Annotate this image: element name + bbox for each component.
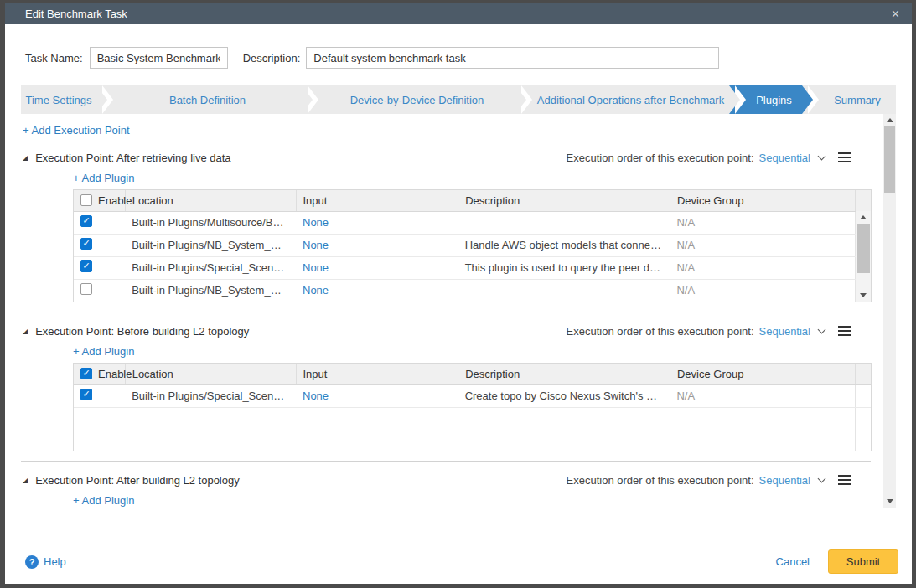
table-scrollbar[interactable] bbox=[856, 211, 871, 302]
execution-point-title: Execution Point: Before building L2 topo… bbox=[35, 325, 249, 338]
table-row: Built-in Plugins/Multisource/Benc... Non… bbox=[74, 211, 871, 234]
table-row: Built-in Plugins/Special_Scenarios/... N… bbox=[74, 384, 871, 407]
input-link[interactable]: None bbox=[303, 284, 329, 297]
menu-icon[interactable] bbox=[838, 323, 851, 338]
empty-table-space bbox=[74, 407, 871, 451]
table-row: Built-in Plugins/NB_System_Use/Si... Non… bbox=[74, 279, 871, 302]
table-row: Built-in Plugins/Special_Scenarios/... N… bbox=[74, 256, 871, 279]
scrollbar-gutter bbox=[856, 364, 871, 384]
tab-separator bbox=[515, 85, 532, 114]
help-icon: ? bbox=[25, 555, 39, 569]
add-plugin-link[interactable]: + Add Plugin bbox=[73, 494, 134, 508]
cancel-button[interactable]: Cancel bbox=[776, 555, 810, 568]
execution-order-label: Execution order of this execution point: bbox=[567, 325, 754, 338]
dialog-footer: ? Help Cancel Submit bbox=[5, 539, 912, 584]
description-input[interactable] bbox=[306, 47, 719, 69]
tab-device-by-device-definition[interactable]: Device-by-Device Definition bbox=[318, 85, 515, 114]
column-device-group: Device Group bbox=[670, 190, 855, 211]
add-plugin-link[interactable]: + Add Plugin bbox=[73, 172, 134, 187]
execution-order-control: Execution order of this execution point:… bbox=[567, 323, 851, 338]
scroll-down-icon[interactable] bbox=[887, 499, 893, 503]
location-cell: Built-in Plugins/Multisource/Benc... bbox=[125, 211, 296, 234]
menu-icon[interactable] bbox=[838, 150, 851, 165]
close-icon[interactable]: × bbox=[892, 8, 899, 21]
chevron-down-icon[interactable] bbox=[818, 152, 826, 160]
execution-point-title: Execution Point: After retrieving live d… bbox=[35, 152, 230, 164]
enable-checkbox[interactable] bbox=[80, 215, 92, 227]
tab-label: Summary bbox=[834, 94, 881, 106]
tab-label: Plugins bbox=[756, 94, 792, 106]
collapse-triangle-icon[interactable]: ◢ bbox=[23, 154, 28, 162]
execution-order-value[interactable]: Sequential bbox=[759, 152, 810, 164]
add-execution-point-link[interactable]: + Add Execution Point bbox=[23, 124, 130, 139]
task-form-row: Task Name: Description: bbox=[25, 47, 912, 69]
plugin-table: Enable Location Input Description Device… bbox=[73, 189, 872, 302]
active-tab-arrow bbox=[802, 85, 813, 114]
table-header-row: Enable Location Input Description Device… bbox=[74, 364, 871, 384]
description-label: Description: bbox=[243, 52, 301, 64]
content-scrollbar[interactable] bbox=[883, 114, 896, 508]
description-cell bbox=[458, 211, 670, 234]
input-link[interactable]: None bbox=[303, 239, 329, 251]
section-divider bbox=[21, 312, 871, 312]
collapse-triangle-icon[interactable]: ◢ bbox=[23, 477, 28, 484]
wizard-tab-bar: Time Settings Batch Definition Device-by… bbox=[21, 85, 896, 114]
scroll-up-icon[interactable] bbox=[887, 118, 893, 122]
select-all-checkbox[interactable] bbox=[80, 368, 92, 379]
input-link[interactable]: None bbox=[303, 261, 329, 274]
description-cell: Handle AWS object models that connect to… bbox=[458, 234, 670, 256]
column-enable: Enable bbox=[98, 368, 132, 380]
dialog-title: Edit Benchmark Task bbox=[25, 8, 127, 20]
edit-benchmark-task-dialog: Edit Benchmark Task × Task Name: Descrip… bbox=[5, 3, 912, 584]
enable-checkbox[interactable] bbox=[80, 260, 92, 272]
table-header-row: Enable Location Input Description Device… bbox=[74, 190, 871, 211]
help-link[interactable]: ? Help bbox=[25, 555, 66, 569]
task-name-label: Task Name: bbox=[25, 52, 83, 64]
description-cell: This plugin is used to query the peer de… bbox=[458, 256, 670, 279]
device-group-cell: N/A bbox=[670, 384, 855, 407]
tab-time-settings[interactable]: Time Settings bbox=[21, 85, 96, 114]
add-plugin-link[interactable]: + Add Plugin bbox=[73, 345, 134, 360]
tab-label: Device-by-Device Definition bbox=[350, 94, 484, 106]
location-cell: Built-in Plugins/Special_Scenarios/... bbox=[125, 256, 296, 279]
description-cell bbox=[458, 279, 670, 302]
help-label: Help bbox=[44, 555, 66, 568]
menu-icon[interactable] bbox=[838, 472, 851, 487]
tab-summary[interactable]: Summary bbox=[819, 85, 896, 114]
column-description: Description bbox=[458, 190, 670, 211]
execution-order-label: Execution order of this execution point: bbox=[567, 152, 754, 164]
chevron-down-icon[interactable] bbox=[818, 474, 826, 482]
execution-order-value[interactable]: Sequential bbox=[759, 325, 810, 338]
submit-button[interactable]: Submit bbox=[828, 549, 898, 574]
task-name-input[interactable] bbox=[90, 47, 228, 69]
tab-plugins[interactable]: Plugins bbox=[746, 85, 802, 114]
input-link[interactable]: None bbox=[303, 389, 329, 402]
enable-checkbox[interactable] bbox=[80, 238, 92, 250]
collapse-triangle-icon[interactable]: ◢ bbox=[23, 328, 28, 335]
select-all-checkbox[interactable] bbox=[80, 194, 92, 206]
scroll-up-icon[interactable] bbox=[860, 215, 867, 219]
column-location: Location bbox=[125, 190, 296, 211]
device-group-cell: N/A bbox=[670, 256, 855, 279]
device-group-cell: N/A bbox=[670, 279, 855, 302]
scrollbar-thumb[interactable] bbox=[884, 126, 895, 193]
plugins-panel: + Add Execution Point ◢ Execution Point:… bbox=[21, 114, 896, 508]
enable-checkbox[interactable] bbox=[80, 283, 92, 295]
device-group-cell: N/A bbox=[670, 211, 855, 234]
input-link[interactable]: None bbox=[303, 216, 329, 229]
execution-order-value[interactable]: Sequential bbox=[759, 474, 810, 487]
enable-checkbox[interactable] bbox=[80, 389, 92, 400]
scrollbar-thumb[interactable] bbox=[857, 224, 870, 273]
location-cell: Built-in Plugins/NB_System_Use/Si... bbox=[125, 279, 296, 302]
chevron-down-icon[interactable] bbox=[818, 325, 826, 333]
column-input: Input bbox=[296, 364, 458, 384]
description-cell: Create topo by Cisco Nexus Switch's NDP … bbox=[458, 384, 670, 407]
execution-point-title: Execution Point: After building L2 topol… bbox=[35, 474, 240, 487]
scroll-down-icon[interactable] bbox=[860, 293, 867, 297]
section-divider bbox=[21, 461, 871, 462]
tab-additional-operations[interactable]: Additional Operations after Benchmark bbox=[532, 85, 729, 114]
tab-batch-definition[interactable]: Batch Definition bbox=[113, 85, 302, 114]
column-description: Description bbox=[458, 364, 670, 384]
execution-order-control: Execution order of this execution point:… bbox=[567, 150, 851, 165]
tab-separator bbox=[96, 85, 113, 114]
